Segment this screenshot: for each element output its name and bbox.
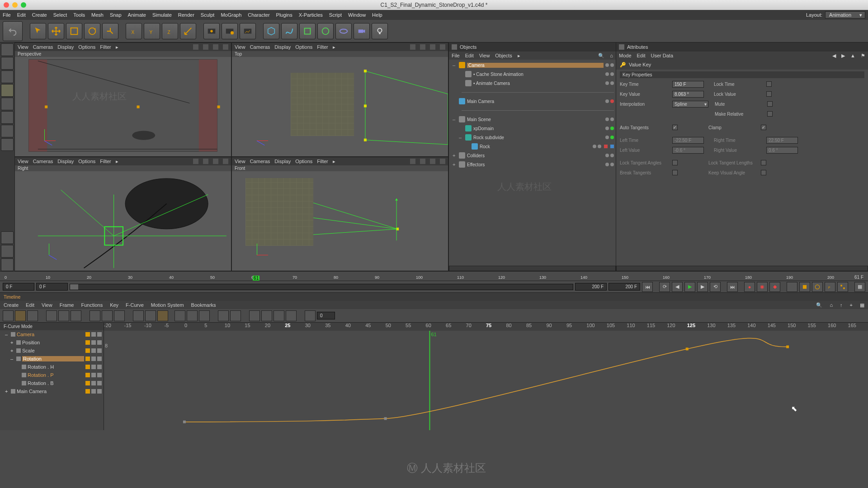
tl-menu-view[interactable]: View xyxy=(42,302,52,308)
extra-button[interactable]: ▦ xyxy=(854,282,865,292)
vp-menu-filter[interactable]: Filter xyxy=(317,159,328,164)
tl-zero-input[interactable]: 0 xyxy=(317,312,335,319)
x-axis-lock[interactable]: X xyxy=(126,23,142,39)
object-tree-row[interactable]: – Camera xyxy=(449,61,616,70)
vp-menu-view[interactable]: View xyxy=(18,44,28,50)
attr-menu-userdata[interactable]: User Data xyxy=(651,53,674,58)
fcurve-tree-row[interactable]: +Main Camera xyxy=(0,387,104,395)
menu-mesh[interactable]: Mesh xyxy=(91,12,104,18)
vp-nav-icon[interactable] xyxy=(223,159,228,164)
render-view-button[interactable] xyxy=(203,23,220,39)
minimize-window-button[interactable] xyxy=(12,2,18,8)
refresh-button[interactable]: ⟲ xyxy=(710,282,721,292)
tl-lock-c[interactable] xyxy=(274,310,284,321)
point-mode-icon[interactable] xyxy=(1,84,14,97)
tl-up-icon[interactable]: ↑ xyxy=(840,302,843,308)
edge-mode-icon[interactable] xyxy=(1,98,14,110)
tl-menu-functions[interactable]: Functions xyxy=(81,302,103,308)
workplane-icon[interactable] xyxy=(1,138,14,151)
menu-file[interactable]: File xyxy=(3,12,11,18)
key-value-input[interactable]: 8.063 ° xyxy=(672,91,704,98)
key-param-button[interactable]: P xyxy=(825,282,835,292)
vp-menu-cameras[interactable]: Cameras xyxy=(250,159,270,164)
vp-nav-icon[interactable] xyxy=(223,44,228,50)
range-slider[interactable] xyxy=(70,284,573,290)
menu-edit[interactable]: Edit xyxy=(17,12,26,18)
object-tree-row[interactable] xyxy=(449,88,616,97)
vp-nav-icon[interactable] xyxy=(420,159,425,164)
vp-menu-options[interactable]: Options xyxy=(78,159,95,164)
start-frame-input[interactable]: 0 F xyxy=(3,283,34,291)
menu-create[interactable]: Create xyxy=(32,12,47,18)
object-tree-row[interactable]: – Rock subdivide xyxy=(449,133,616,142)
vp-nav-icon[interactable] xyxy=(440,44,445,50)
menu-select[interactable]: Select xyxy=(53,12,67,18)
vp-menu-options[interactable]: Options xyxy=(295,44,312,50)
tl-tangent-break[interactable] xyxy=(187,310,198,321)
tl-key-add[interactable] xyxy=(90,310,100,321)
tl-grid-icon[interactable]: ▦ xyxy=(860,302,864,308)
play-button[interactable]: ▶ xyxy=(684,282,695,292)
vp-menu-cameras[interactable]: Cameras xyxy=(250,44,270,50)
generator-button[interactable] xyxy=(299,23,316,39)
vp-menu-filter[interactable]: Filter xyxy=(100,44,111,50)
recent-tool[interactable] xyxy=(102,23,118,39)
fcurve-tree-row[interactable]: Rotation . H xyxy=(0,363,104,371)
time-ruler[interactable]: 61 F 01020304050607080901001101201301401… xyxy=(0,271,868,281)
attributes-scrollbar[interactable] xyxy=(616,266,868,271)
tl-menu-motionsystem[interactable]: Motion System xyxy=(151,302,184,308)
viewport-perspective[interactable]: View Cameras Display Options Filter ▸ Pe… xyxy=(14,42,231,157)
goto-start-button[interactable]: ⏮ xyxy=(642,282,653,292)
tl-zero-button[interactable] xyxy=(305,310,316,321)
menu-plugins[interactable]: Plugins xyxy=(276,12,292,18)
menu-xparticles[interactable]: X-Particles xyxy=(299,12,323,18)
vp-nav-icon[interactable] xyxy=(213,159,218,164)
menu-snap[interactable]: Snap xyxy=(110,12,122,18)
tl-lock-d[interactable] xyxy=(286,310,297,321)
object-tree-row[interactable] xyxy=(449,106,616,115)
snap-icon[interactable] xyxy=(1,231,14,244)
key-rot-button[interactable] xyxy=(812,282,823,292)
vp-menu-view[interactable]: View xyxy=(235,159,245,164)
undo-button[interactable] xyxy=(3,21,23,41)
vp-menu-options[interactable]: Options xyxy=(78,44,95,50)
coord-system[interactable] xyxy=(180,23,196,39)
vp-menu-cameras[interactable]: Cameras xyxy=(33,159,53,164)
objects-scrollbar[interactable] xyxy=(449,266,616,271)
menu-render[interactable]: Render xyxy=(178,12,194,18)
tl-menu-create[interactable]: Create xyxy=(4,302,19,308)
tl-menu-frame[interactable]: Frame xyxy=(60,302,74,308)
y-axis-lock[interactable]: Y xyxy=(144,23,160,39)
fcurve-graph[interactable]: -20-15-10-505101520253035404550556065707… xyxy=(104,323,868,430)
keyframe-button[interactable]: ◆ xyxy=(769,282,780,292)
autokey-button[interactable]: ◉ xyxy=(757,282,768,292)
environment-button[interactable] xyxy=(335,23,352,39)
goto-end-button[interactable]: ⏭ xyxy=(727,282,738,292)
vp-nav-icon[interactable] xyxy=(203,159,208,164)
camera-button[interactable] xyxy=(354,23,370,39)
menu-simulate[interactable]: Simulate xyxy=(152,12,172,18)
vp-menu-cameras[interactable]: Cameras xyxy=(33,44,53,50)
attr-menu-edit[interactable]: Edit xyxy=(637,53,646,58)
tl-mode-dopesheet[interactable] xyxy=(3,310,14,321)
vp-menu-options[interactable]: Options xyxy=(295,159,312,164)
fcurve-tree-row[interactable]: –Camera xyxy=(0,330,104,338)
clamp-checkbox[interactable] xyxy=(761,125,766,130)
key-pla-button[interactable] xyxy=(837,282,848,292)
polygon-mode-icon[interactable] xyxy=(1,111,14,124)
vp-nav-icon[interactable] xyxy=(410,44,415,50)
vp-nav-icon[interactable] xyxy=(420,44,425,50)
menu-help[interactable]: Help xyxy=(372,12,382,18)
interpolation-select[interactable]: Spline xyxy=(672,101,708,108)
tl-tangent-spline[interactable] xyxy=(157,310,168,321)
layer-icon[interactable] xyxy=(1,258,14,271)
light-button[interactable] xyxy=(372,23,388,39)
tl-menu-fcurve[interactable]: F-Curve xyxy=(126,302,144,308)
prev-frame-button[interactable]: ◀ xyxy=(672,282,683,292)
fcurve-tree-row[interactable]: +Position xyxy=(0,338,104,347)
vp-menu-filter[interactable]: Filter xyxy=(100,159,111,164)
tl-lock-a[interactable] xyxy=(249,310,260,321)
range-start-input[interactable]: 0 F xyxy=(36,283,68,291)
viewport-front[interactable]: View Cameras Display Options Filter ▸ Fr… xyxy=(231,157,448,271)
range-end-input[interactable]: 200 F xyxy=(575,283,607,291)
